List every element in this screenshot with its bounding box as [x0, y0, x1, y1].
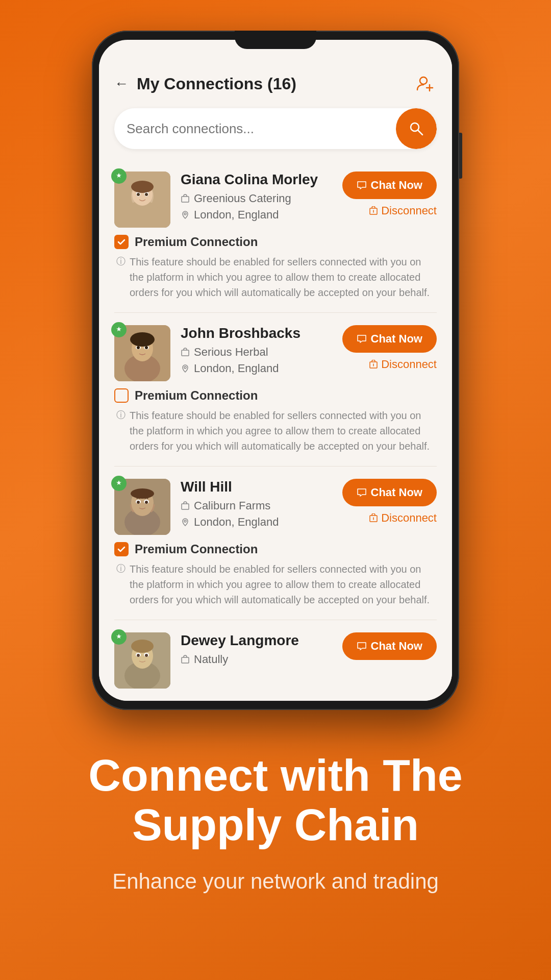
svg-point-39: [184, 520, 186, 522]
connection-top-3: Will Hill Caliburn Farms London, England: [114, 479, 437, 535]
svg-point-48: [145, 654, 148, 657]
avatar-wrap-1: [114, 172, 170, 228]
back-button[interactable]: ←: [114, 76, 129, 92]
chat-now-button-4[interactable]: Chat Now: [342, 632, 437, 660]
info-icon-1: ⓘ: [116, 255, 126, 267]
connection-name-3: Will Hill: [181, 479, 332, 495]
connection-info-2: John Broshbacks Serious Herbal London, E…: [181, 325, 332, 375]
svg-line-4: [418, 130, 422, 135]
connection-location-1: London, England: [181, 208, 332, 222]
premium-note-3: ⓘ This feature should be enabled for sel…: [114, 561, 437, 607]
connection-actions-4: Chat Now: [342, 632, 437, 660]
info-icon-3: ⓘ: [116, 562, 126, 575]
search-bar: [114, 108, 437, 149]
search-button[interactable]: [396, 108, 437, 149]
premium-label-3: Premium Connection: [135, 542, 258, 556]
connection-company-3: Caliburn Farms: [181, 499, 332, 512]
chat-now-button-3[interactable]: Chat Now: [342, 479, 437, 506]
svg-point-23: [137, 346, 140, 349]
premium-label-1: Premium Connection: [135, 235, 258, 249]
premium-note-text-1: This feature should be enabled for selle…: [130, 254, 437, 300]
premium-note-text-2: This feature should be enabled for selle…: [130, 408, 437, 454]
add-connection-button[interactable]: [414, 72, 437, 95]
svg-point-49: [131, 640, 154, 653]
side-button: [459, 133, 462, 179]
connection-info-1: Giana Colina Morley Greenious Catering L…: [181, 172, 332, 222]
connection-top-2: John Broshbacks Serious Herbal London, E…: [114, 325, 437, 381]
premium-note-1: ⓘ This feature should be enabled for sel…: [114, 254, 437, 300]
svg-rect-26: [182, 350, 189, 356]
phone-screen: ← My Connections (16): [99, 40, 452, 701]
premium-note-text-3: This feature should be enabled for selle…: [130, 561, 437, 607]
premium-checkbox-1[interactable]: [114, 235, 129, 249]
disconnect-button-2[interactable]: Disconnect: [369, 358, 437, 371]
headline: Connect with The Supply Chain: [31, 751, 520, 850]
connection-company-2: Serious Herbal: [181, 346, 332, 359]
connection-card-1: Giana Colina Morley Greenious Catering L…: [99, 159, 452, 312]
search-input[interactable]: [114, 111, 396, 147]
connections-list: Giana Colina Morley Greenious Catering L…: [99, 159, 452, 701]
connection-location-3: London, England: [181, 516, 332, 529]
svg-rect-38: [182, 504, 189, 509]
chat-now-button-2[interactable]: Chat Now: [342, 325, 437, 353]
avatar-badge-2: [111, 322, 127, 337]
premium-row-2: Premium Connection: [114, 388, 437, 403]
svg-point-27: [184, 366, 186, 369]
connection-card-3: Will Hill Caliburn Farms London, England: [99, 467, 452, 620]
avatar-wrap-3: [114, 479, 170, 535]
subheadline: Enhance your network and trading: [31, 865, 520, 897]
svg-rect-50: [182, 657, 189, 663]
svg-point-12: [145, 193, 148, 196]
connection-info-4: Dewey Langmore Natully: [181, 632, 332, 669]
connection-card-2: John Broshbacks Serious Herbal London, E…: [99, 313, 452, 466]
svg-point-37: [131, 488, 154, 499]
connection-company-1: Greenious Catering: [181, 192, 332, 205]
premium-label-2: Premium Connection: [135, 388, 258, 403]
premium-checkbox-2[interactable]: [114, 388, 129, 403]
connection-top-1: Giana Colina Morley Greenious Catering L…: [114, 172, 437, 228]
info-icon-2: ⓘ: [116, 409, 126, 421]
premium-note-2: ⓘ This feature should be enabled for sel…: [114, 408, 437, 454]
svg-point-13: [131, 181, 154, 193]
avatar-wrap-2: [114, 325, 170, 381]
app-content: ← My Connections (16): [99, 40, 452, 701]
phone-notch: [235, 31, 316, 49]
connection-top-4: Dewey Langmore Natully Chat Now: [114, 632, 437, 689]
app-header: ← My Connections (16): [99, 62, 452, 103]
svg-rect-14: [182, 197, 189, 202]
svg-point-24: [145, 346, 148, 349]
chat-now-button-1[interactable]: Chat Now: [342, 172, 437, 199]
bottom-section: Connect with The Supply Chain Enhance yo…: [0, 710, 551, 938]
avatar-badge-1: [111, 168, 127, 184]
connection-name-4: Dewey Langmore: [181, 632, 332, 649]
connection-actions-2: Chat Now Disconnect: [342, 325, 437, 371]
connection-location-2: London, England: [181, 362, 332, 375]
page-title: My Connections (16): [137, 75, 414, 93]
avatar-badge-4: [111, 629, 127, 645]
svg-point-15: [184, 213, 186, 215]
svg-point-25: [130, 332, 155, 347]
svg-point-0: [420, 77, 427, 84]
avatar-wrap-4: [114, 632, 170, 689]
disconnect-button-3[interactable]: Disconnect: [369, 511, 437, 525]
connection-company-4: Natully: [181, 653, 332, 666]
svg-point-36: [145, 501, 148, 504]
svg-point-35: [137, 501, 140, 504]
connection-actions-3: Chat Now Disconnect: [342, 479, 437, 525]
connection-name-1: Giana Colina Morley: [181, 172, 332, 188]
connection-info-3: Will Hill Caliburn Farms London, England: [181, 479, 332, 529]
premium-row-1: Premium Connection: [114, 235, 437, 249]
connection-name-2: John Broshbacks: [181, 325, 332, 341]
connection-card-4: Dewey Langmore Natully Chat Now: [99, 620, 452, 701]
premium-checkbox-3[interactable]: [114, 542, 129, 556]
svg-point-11: [137, 193, 140, 196]
phone-frame: ← My Connections (16): [92, 31, 459, 710]
connection-actions-1: Chat Now Disconnect: [342, 172, 437, 217]
avatar-badge-3: [111, 476, 127, 491]
premium-row-3: Premium Connection: [114, 542, 437, 556]
svg-point-47: [137, 654, 140, 657]
disconnect-button-1[interactable]: Disconnect: [369, 204, 437, 217]
